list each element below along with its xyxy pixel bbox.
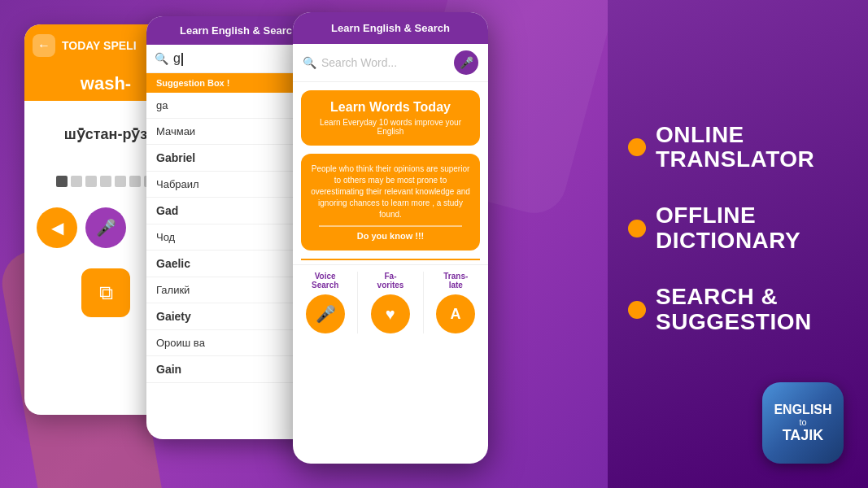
phone-middle-title: Learn English & Searc [156, 24, 316, 37]
badge-to: to [799, 417, 806, 427]
feature-offline-dictionary: OFFLINE DICTIONARY [628, 203, 848, 268]
feature-search-suggestion: SEARCH & SUGGESTION [628, 285, 848, 350]
learn-words-title: Learn Words Today [311, 100, 470, 115]
badge-english: ENGLISH [774, 403, 831, 417]
search-placeholder: Search Word... [321, 56, 454, 69]
translate-label: Trans-late [443, 272, 468, 290]
phone-front-title: Learn English & Search [304, 22, 477, 34]
quote-card: People who think their opinions are supe… [301, 154, 480, 251]
mic-nav-button[interactable]: 🎤 [85, 207, 126, 248]
dot-5 [115, 176, 126, 187]
phone-front-header: Learn English & Search [293, 12, 488, 44]
feature-label-dictionary: DICTIONARY [656, 229, 800, 254]
feature-dot-1 [628, 138, 646, 156]
bottom-navigation: VoiceSearch 🎤 Fa-vorites ♥ Trans-late A [293, 264, 488, 340]
prev-button[interactable]: ◀ [37, 207, 77, 248]
learn-words-subtitle: Learn Everyday 10 words improve your Eng… [311, 118, 470, 136]
nav-voice-search[interactable]: VoiceSearch 🎤 [293, 265, 357, 340]
search-icon: 🔍 [155, 52, 168, 65]
feature-label-translator: TRANSLATOR [656, 147, 814, 172]
favorites-label: Fa-vorites [377, 272, 404, 290]
dot-1 [56, 176, 68, 187]
divider-line [319, 225, 462, 227]
feature-label-suggestion: SUGGESTION [656, 310, 812, 335]
mic-button[interactable]: 🎤 [454, 50, 478, 75]
nav-favorites[interactable]: Fa-vorites ♥ [358, 265, 422, 340]
separator [301, 259, 480, 260]
quote-link: Do you know !!! [311, 231, 470, 241]
dot-6 [129, 176, 141, 187]
quote-text: People who think their opinions are supe… [311, 163, 470, 220]
feature-label-offline: OFFLINE [656, 203, 800, 229]
right-panel: ONLINE TRANSLATOR OFFLINE DICTIONARY SEA… [608, 0, 868, 488]
phone-back-title: TODAY SPELI [62, 39, 137, 52]
feature-dot-3 [628, 301, 646, 319]
phones-container: ← TODAY SPELI wash- шӯстан-рӯз ◀ 🎤 ⧉ Lea… [0, 0, 618, 488]
dot-2 [71, 176, 82, 187]
learn-words-card: Learn Words Today Learn Everyday 10 word… [301, 90, 480, 146]
nav-translate[interactable]: Trans-late A [424, 265, 488, 340]
badge-tajik: TAJIK [783, 427, 824, 444]
feature-dot-2 [628, 220, 646, 237]
copy-button[interactable]: ⧉ [81, 268, 130, 317]
dot-3 [85, 176, 97, 187]
phone-front: Learn English & Search 🔍 Search Word... … [293, 12, 488, 464]
back-button[interactable]: ← [33, 34, 55, 57]
voice-search-icon: 🎤 [298, 286, 353, 342]
favorites-icon: ♥ [363, 286, 418, 342]
english-to-tajik-badge: ENGLISH to TAJIK [762, 382, 844, 464]
front-search-bar[interactable]: 🔍 Search Word... 🎤 [293, 44, 488, 82]
dot-4 [100, 176, 111, 187]
voice-search-label: VoiceSearch [312, 272, 338, 290]
front-search-icon: 🔍 [303, 56, 316, 69]
translate-icon: A [428, 286, 483, 342]
feature-label-online: ONLINE [656, 123, 814, 148]
cursor [181, 53, 183, 66]
feature-label-search: SEARCH & [656, 285, 812, 310]
feature-online-translator: ONLINE TRANSLATOR [628, 123, 848, 188]
